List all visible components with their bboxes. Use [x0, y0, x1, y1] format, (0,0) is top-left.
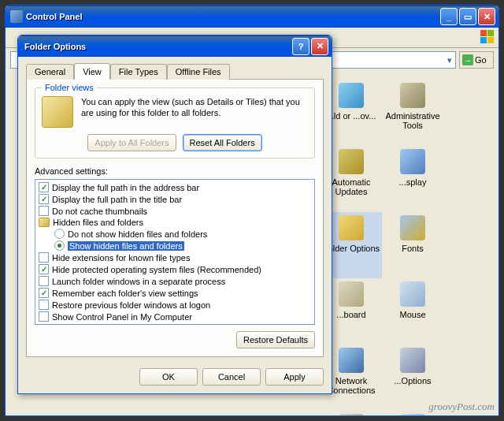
tree-row-label: Do not cache thumbnails: [52, 207, 147, 216]
apply-button[interactable]: Apply: [265, 368, 324, 386]
folder-views-legend: Folder views: [42, 83, 97, 92]
advanced-settings-tree[interactable]: Display the full path in the address bar…: [35, 179, 315, 325]
tree-row-label: Display the full path in the address bar: [52, 183, 199, 192]
cp-item-icon: [339, 348, 364, 373]
tree-row[interactable]: Remember each folder's view settings: [37, 287, 313, 299]
dialog-close-button[interactable]: ✕: [311, 38, 328, 55]
tree-row-label: Restore previous folder windows at logon: [52, 300, 210, 310]
close-button[interactable]: ✕: [478, 8, 495, 25]
go-button[interactable]: → Go: [459, 51, 494, 69]
radio[interactable]: [54, 240, 65, 251]
tree-row-label: Remember each folder's view settings: [52, 289, 198, 298]
maximize-button[interactable]: ▭: [459, 8, 476, 25]
cp-item-icon: [400, 414, 425, 416]
cp-item-label: Fonts: [402, 244, 424, 253]
dialog-title: Folder Options: [24, 42, 291, 51]
advanced-settings-label: Advanced settings:: [35, 166, 315, 176]
dialog-body: GeneralViewFile TypesOffline Files Folde…: [18, 57, 332, 362]
tree-row-label: Launch folder windows in a separate proc…: [52, 277, 225, 286]
watermark: groovyPost.com: [428, 401, 495, 413]
main-title: Control Panel: [26, 12, 439, 21]
cp-item-icon: [339, 215, 364, 240]
checkbox[interactable]: [39, 252, 49, 263]
cp-item-icon: [339, 149, 364, 174]
go-label: Go: [475, 55, 487, 65]
xp-flag-icon: [480, 29, 495, 45]
checkbox[interactable]: [39, 264, 49, 274]
tree-row[interactable]: Hidden files and folders: [37, 217, 313, 228]
reset-all-folders-button[interactable]: Reset All Folders: [183, 134, 262, 151]
tree-row-label: Hidden files and folders: [53, 218, 143, 227]
folder-icon: [39, 218, 50, 227]
control-panel-icon: [10, 10, 23, 23]
address-dropdown-icon[interactable]: ▾: [447, 55, 452, 65]
cp-item-icon: [400, 215, 425, 240]
tab-general[interactable]: General: [26, 64, 74, 80]
cancel-button[interactable]: Cancel: [202, 368, 261, 386]
checkbox[interactable]: [39, 206, 49, 216]
folder-views-group: Folder views You can apply the view (suc…: [35, 88, 315, 158]
go-arrow-icon: →: [462, 54, 473, 65]
checkbox[interactable]: [39, 182, 49, 192]
cp-item-label: Mouse: [399, 310, 425, 319]
tree-row-label: Hide extensions for known file types: [52, 253, 190, 263]
tree-row[interactable]: Display the full path in the title bar: [37, 193, 313, 205]
dialog-titlebar[interactable]: Folder Options ? ✕: [18, 35, 332, 57]
help-button[interactable]: ?: [292, 38, 309, 55]
cp-item-label: ...Options: [394, 376, 431, 386]
tree-row[interactable]: Display the full path in the address bar: [37, 181, 313, 193]
radio[interactable]: [54, 229, 65, 239]
cp-item[interactable]: Fonts: [382, 212, 443, 278]
restore-defaults-button[interactable]: Restore Defaults: [236, 331, 315, 348]
checkbox[interactable]: [39, 276, 49, 286]
tree-row[interactable]: Hide extensions for known file types: [37, 251, 313, 263]
cp-item-icon: [339, 414, 364, 416]
folder-views-text: You can apply the view (such as Details …: [81, 96, 308, 128]
tab-offline-files[interactable]: Offline Files: [167, 64, 230, 80]
main-titlebar[interactable]: Control Panel _ ▭ ✕: [6, 6, 498, 28]
checkbox[interactable]: [39, 311, 49, 322]
minimize-button[interactable]: _: [440, 8, 458, 25]
cp-item[interactable]: Printers and Faxes: [321, 411, 382, 416]
cp-item-icon: [400, 83, 425, 108]
dialog-footer: OK Cancel Apply: [18, 362, 332, 393]
checkbox[interactable]: [39, 194, 49, 204]
tree-row[interactable]: Do not cache thumbnails: [37, 205, 313, 217]
tree-row-label: Show Control Panel in My Computer: [52, 312, 192, 322]
tree-row[interactable]: Launch folder windows in a separate proc…: [37, 275, 313, 287]
cp-item-icon: [400, 149, 425, 174]
cp-item-icon: [400, 281, 425, 307]
tree-row-label: Show hidden files and folders: [68, 241, 184, 251]
ok-button[interactable]: OK: [139, 368, 198, 386]
view-tab-panel: Folder views You can apply the view (suc…: [26, 79, 324, 357]
tab-strip: GeneralViewFile TypesOffline Files: [26, 64, 324, 80]
cp-item[interactable]: Administrative Tools: [382, 80, 443, 146]
cp-item-icon: [339, 281, 364, 307]
checkbox[interactable]: [39, 288, 49, 298]
tree-row-label: Do not show hidden files and folders: [68, 229, 207, 239]
cp-item-label: ...ld or ...ov...: [327, 111, 376, 121]
tree-row[interactable]: Show Control Panel in My Computer: [37, 311, 313, 322]
cp-item-icon: [400, 348, 425, 373]
cp-item-label: Administrative Tools: [384, 111, 442, 130]
cp-item-label: ...splay: [399, 177, 427, 187]
tab-file-types[interactable]: File Types: [110, 64, 167, 80]
folder-options-dialog: Folder Options ? ✕ GeneralViewFile Types…: [17, 35, 332, 394]
checkbox[interactable]: [39, 300, 49, 310]
cp-item[interactable]: Mouse: [382, 278, 443, 345]
cp-item-label: ...board: [336, 310, 365, 319]
tree-row-label: Display the full path in the title bar: [52, 195, 182, 204]
tree-row[interactable]: Do not show hidden files and folders: [37, 228, 313, 240]
tree-row[interactable]: Show hidden files and folders: [37, 240, 313, 251]
apply-to-all-folders-button[interactable]: Apply to All Folders: [87, 134, 176, 151]
cp-item[interactable]: ...splay: [382, 146, 443, 212]
tab-view[interactable]: View: [74, 63, 110, 80]
cp-item-icon: [339, 83, 364, 108]
tree-row[interactable]: Restore previous folder windows at logon: [37, 299, 313, 311]
tree-row-label: Hide protected operating system files (R…: [52, 265, 261, 274]
folder-views-icon: [42, 96, 73, 128]
tree-row[interactable]: Hide protected operating system files (R…: [37, 263, 313, 275]
